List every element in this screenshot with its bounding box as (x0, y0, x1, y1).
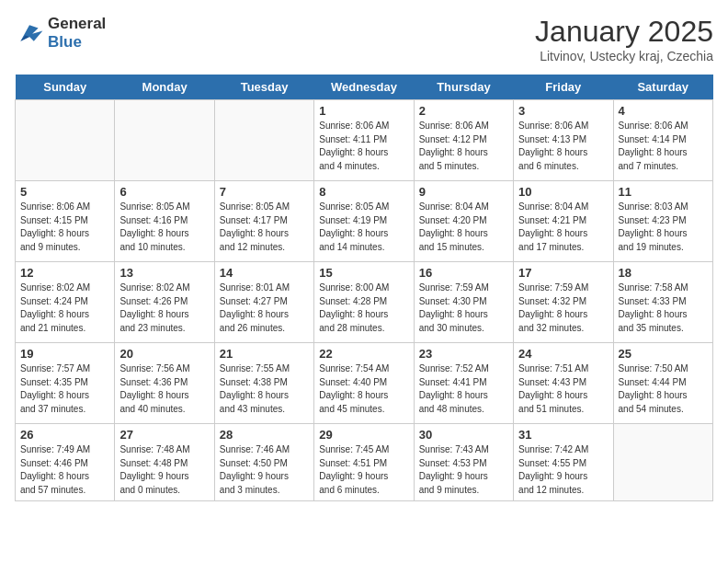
day-number: 6 (119, 185, 209, 199)
day-number: 31 (518, 428, 608, 442)
calendar-cell: 31Sunrise: 7:42 AM Sunset: 4:55 PM Dayli… (514, 424, 613, 501)
day-info: Sunrise: 7:55 AM Sunset: 4:38 PM Dayligh… (220, 362, 309, 416)
calendar-cell: 2Sunrise: 8:06 AM Sunset: 4:12 PM Daylig… (414, 100, 513, 181)
day-info: Sunrise: 7:58 AM Sunset: 4:33 PM Dayligh… (619, 282, 708, 335)
day-info: Sunrise: 8:01 AM Sunset: 4:27 PM Dayligh… (220, 282, 309, 335)
day-number: 20 (119, 347, 209, 361)
day-number: 26 (20, 428, 109, 442)
calendar-cell: 27Sunrise: 7:48 AM Sunset: 4:48 PM Dayli… (115, 424, 214, 501)
calendar-cell: 24Sunrise: 7:51 AM Sunset: 4:43 PM Dayli… (514, 343, 613, 424)
title-block: January 2025 Litvinov, Ustecky kraj, Cze… (535, 15, 713, 63)
weekday-header-friday: Friday (514, 75, 613, 100)
day-info: Sunrise: 8:06 AM Sunset: 4:15 PM Dayligh… (20, 201, 109, 254)
day-info: Sunrise: 7:48 AM Sunset: 4:48 PM Dayligh… (119, 443, 209, 497)
calendar-cell: 3Sunrise: 8:06 AM Sunset: 4:13 PM Daylig… (514, 100, 613, 181)
logo-text: General Blue (48, 15, 106, 52)
calendar-cell: 1Sunrise: 8:06 AM Sunset: 4:11 PM Daylig… (314, 100, 414, 181)
day-info: Sunrise: 7:43 AM Sunset: 4:53 PM Dayligh… (419, 443, 508, 497)
day-number: 27 (119, 428, 209, 442)
calendar-cell: 13Sunrise: 8:02 AM Sunset: 4:26 PM Dayli… (115, 262, 214, 343)
calendar-week-1: 1Sunrise: 8:06 AM Sunset: 4:11 PM Daylig… (16, 100, 713, 181)
day-info: Sunrise: 7:49 AM Sunset: 4:46 PM Dayligh… (20, 443, 109, 497)
day-number: 5 (20, 185, 109, 199)
calendar-cell: 12Sunrise: 8:02 AM Sunset: 4:24 PM Dayli… (16, 262, 115, 343)
day-number: 29 (319, 428, 408, 442)
day-info: Sunrise: 7:57 AM Sunset: 4:35 PM Dayligh… (20, 362, 109, 416)
day-info: Sunrise: 8:06 AM Sunset: 4:14 PM Dayligh… (619, 120, 708, 173)
weekday-header-sunday: Sunday (16, 75, 115, 100)
day-number: 10 (518, 185, 608, 199)
day-info: Sunrise: 8:06 AM Sunset: 4:11 PM Dayligh… (319, 120, 408, 173)
day-number: 30 (419, 428, 508, 442)
day-number: 11 (619, 185, 708, 199)
day-number: 16 (419, 266, 508, 280)
weekday-header-row: SundayMondayTuesdayWednesdayThursdayFrid… (16, 75, 713, 100)
day-info: Sunrise: 8:05 AM Sunset: 4:16 PM Dayligh… (119, 201, 209, 254)
day-number: 25 (619, 347, 708, 361)
calendar-cell: 7Sunrise: 8:05 AM Sunset: 4:17 PM Daylig… (214, 181, 313, 262)
calendar-cell (214, 100, 313, 181)
weekday-header-monday: Monday (115, 75, 214, 100)
calendar-cell: 25Sunrise: 7:50 AM Sunset: 4:44 PM Dayli… (613, 343, 712, 424)
calendar-cell: 18Sunrise: 7:58 AM Sunset: 4:33 PM Dayli… (613, 262, 712, 343)
calendar-cell: 17Sunrise: 7:59 AM Sunset: 4:32 PM Dayli… (514, 262, 613, 343)
day-info: Sunrise: 7:54 AM Sunset: 4:40 PM Dayligh… (319, 362, 408, 416)
calendar-week-5: 26Sunrise: 7:49 AM Sunset: 4:46 PM Dayli… (16, 424, 713, 501)
day-info: Sunrise: 7:46 AM Sunset: 4:50 PM Dayligh… (220, 443, 309, 497)
day-info: Sunrise: 8:06 AM Sunset: 4:12 PM Dayligh… (419, 120, 508, 173)
calendar-cell: 5Sunrise: 8:06 AM Sunset: 4:15 PM Daylig… (16, 181, 115, 262)
day-info: Sunrise: 8:00 AM Sunset: 4:28 PM Dayligh… (319, 282, 408, 335)
calendar-cell: 6Sunrise: 8:05 AM Sunset: 4:16 PM Daylig… (115, 181, 214, 262)
calendar-cell: 30Sunrise: 7:43 AM Sunset: 4:53 PM Dayli… (414, 424, 513, 501)
day-info: Sunrise: 7:52 AM Sunset: 4:41 PM Dayligh… (419, 362, 508, 416)
day-number: 19 (20, 347, 109, 361)
day-number: 28 (220, 428, 309, 442)
calendar-table: SundayMondayTuesdayWednesdayThursdayFrid… (15, 75, 713, 501)
day-number: 1 (319, 104, 408, 118)
day-info: Sunrise: 8:02 AM Sunset: 4:26 PM Dayligh… (119, 282, 209, 335)
day-number: 12 (20, 266, 109, 280)
calendar-cell (16, 100, 115, 181)
day-number: 4 (619, 104, 708, 118)
weekday-header-thursday: Thursday (414, 75, 513, 100)
calendar-cell: 10Sunrise: 8:04 AM Sunset: 4:21 PM Dayli… (514, 181, 613, 262)
day-number: 22 (319, 347, 408, 361)
calendar-cell: 22Sunrise: 7:54 AM Sunset: 4:40 PM Dayli… (314, 343, 414, 424)
day-number: 23 (419, 347, 508, 361)
calendar-cell: 15Sunrise: 8:00 AM Sunset: 4:28 PM Dayli… (314, 262, 414, 343)
page-header: General Blue January 2025 Litvinov, Uste… (15, 15, 713, 63)
weekday-header-wednesday: Wednesday (314, 75, 414, 100)
calendar-cell: 16Sunrise: 7:59 AM Sunset: 4:30 PM Dayli… (414, 262, 513, 343)
calendar-cell: 4Sunrise: 8:06 AM Sunset: 4:14 PM Daylig… (613, 100, 712, 181)
day-number: 14 (220, 266, 309, 280)
day-number: 21 (220, 347, 309, 361)
day-number: 18 (619, 266, 708, 280)
calendar-week-4: 19Sunrise: 7:57 AM Sunset: 4:35 PM Dayli… (16, 343, 713, 424)
calendar-week-2: 5Sunrise: 8:06 AM Sunset: 4:15 PM Daylig… (16, 181, 713, 262)
day-info: Sunrise: 8:06 AM Sunset: 4:13 PM Dayligh… (518, 120, 608, 173)
calendar-cell: 26Sunrise: 7:49 AM Sunset: 4:46 PM Dayli… (16, 424, 115, 501)
calendar-title: January 2025 (535, 15, 713, 49)
calendar-cell: 8Sunrise: 8:05 AM Sunset: 4:19 PM Daylig… (314, 181, 414, 262)
calendar-week-3: 12Sunrise: 8:02 AM Sunset: 4:24 PM Dayli… (16, 262, 713, 343)
day-info: Sunrise: 8:05 AM Sunset: 4:17 PM Dayligh… (220, 201, 309, 254)
day-info: Sunrise: 7:59 AM Sunset: 4:30 PM Dayligh… (419, 282, 508, 335)
calendar-cell: 28Sunrise: 7:46 AM Sunset: 4:50 PM Dayli… (214, 424, 313, 501)
calendar-cell: 19Sunrise: 7:57 AM Sunset: 4:35 PM Dayli… (16, 343, 115, 424)
calendar-subtitle: Litvinov, Ustecky kraj, Czechia (535, 49, 713, 63)
day-info: Sunrise: 7:51 AM Sunset: 4:43 PM Dayligh… (518, 362, 608, 416)
calendar-cell: 23Sunrise: 7:52 AM Sunset: 4:41 PM Dayli… (414, 343, 513, 424)
day-info: Sunrise: 7:45 AM Sunset: 4:51 PM Dayligh… (319, 443, 408, 497)
calendar-cell: 29Sunrise: 7:45 AM Sunset: 4:51 PM Dayli… (314, 424, 414, 501)
day-number: 3 (518, 104, 608, 118)
calendar-cell (115, 100, 214, 181)
day-number: 13 (119, 266, 209, 280)
day-number: 24 (518, 347, 608, 361)
weekday-header-tuesday: Tuesday (214, 75, 313, 100)
day-number: 9 (419, 185, 508, 199)
day-info: Sunrise: 7:59 AM Sunset: 4:32 PM Dayligh… (518, 282, 608, 335)
day-info: Sunrise: 7:50 AM Sunset: 4:44 PM Dayligh… (619, 362, 708, 416)
day-number: 17 (518, 266, 608, 280)
day-info: Sunrise: 7:42 AM Sunset: 4:55 PM Dayligh… (518, 443, 608, 497)
day-number: 8 (319, 185, 408, 199)
